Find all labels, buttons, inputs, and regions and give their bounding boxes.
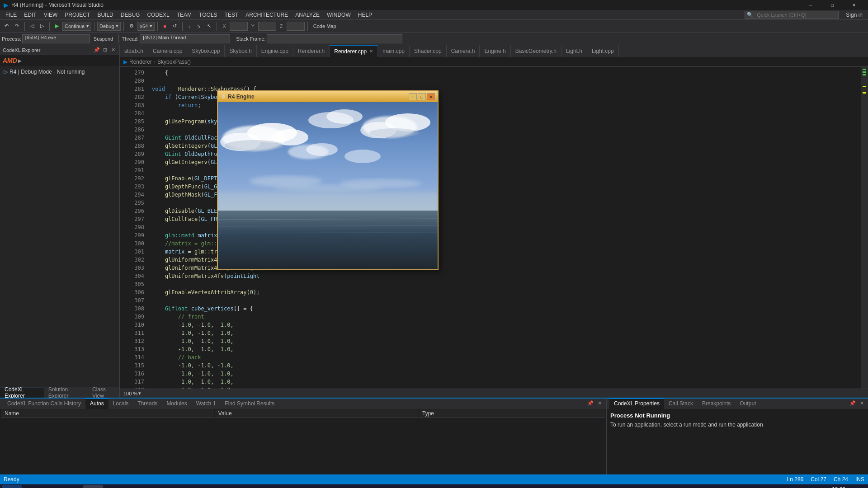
work-item-y-input[interactable]	[258, 22, 276, 31]
step-out-button[interactable]: ↖	[204, 21, 214, 31]
start-button[interactable]: ⊞	[2, 485, 22, 488]
back-button[interactable]: ◁	[28, 21, 37, 31]
menu-architecture[interactable]: ARCHITECTURE	[242, 11, 292, 19]
close-button[interactable]: ✕	[844, 0, 864, 10]
tab-engine-h[interactable]: Engine.h	[480, 45, 510, 57]
tab-locals[interactable]: Locals	[108, 399, 133, 408]
taskbar-media[interactable]: 🎬	[42, 485, 62, 488]
tab-renderer-cpp-close[interactable]: ✕	[369, 49, 373, 54]
r4-engine-window: 🖥 R4 Engine ─ □ ✕	[217, 90, 439, 270]
tab-renderer-cpp[interactable]: Renderer.cpp ✕	[330, 45, 378, 57]
breadcrumb-function: SkyboxPass()	[157, 59, 191, 65]
tab-codexl-calls[interactable]: CodeXL Function Calls History	[3, 399, 85, 408]
r4-titlebar[interactable]: 🖥 R4 Engine ─ □ ✕	[218, 91, 438, 102]
tab-call-stack[interactable]: Call Stack	[664, 399, 698, 408]
zoom-dropdown-icon[interactable]: ▾	[138, 390, 141, 396]
r4-close-button[interactable]: ✕	[427, 93, 435, 100]
stack-frame-input[interactable]	[267, 34, 402, 43]
tab-codexl-props[interactable]: CodeXL Properties	[609, 399, 664, 408]
taskbar-fileexplorer[interactable]: 🗂	[22, 485, 42, 488]
work-item-z-input[interactable]	[287, 22, 305, 31]
tab-find-symbol[interactable]: Find Symbol Results	[220, 399, 279, 408]
menu-analyze[interactable]: ANALYZE	[292, 11, 323, 19]
taskbar-tool2[interactable]: 🔧	[185, 485, 205, 488]
left-panel-pin2-icon[interactable]: ⊞	[101, 47, 108, 53]
tab-shader-cpp[interactable]: Shader.cpp	[410, 45, 447, 57]
step-into-button[interactable]: ↘	[194, 21, 203, 31]
tab-threads[interactable]: Threads	[133, 399, 162, 408]
tab-light-h[interactable]: Light.h	[561, 45, 587, 57]
start-button[interactable]: ▶	[52, 21, 61, 31]
stop-button[interactable]: ■	[160, 21, 169, 31]
sign-in-button[interactable]: Sign in	[842, 11, 866, 19]
attach-icon[interactable]: ⚙	[127, 21, 137, 31]
tab-skybox-h[interactable]: Skybox.h	[225, 45, 256, 57]
step-over-button[interactable]: ↓	[185, 21, 193, 31]
minimize-button[interactable]: ─	[800, 0, 821, 10]
continue-dropdown[interactable]: Continue ▾	[62, 22, 91, 31]
restore-button[interactable]: □	[822, 0, 843, 10]
platform-dropdown[interactable]: x64 ▾	[137, 22, 155, 31]
quick-launch-input[interactable]	[755, 12, 836, 18]
tab-light-cpp[interactable]: Light.cpp	[587, 45, 619, 57]
tab-modules[interactable]: Modules	[162, 399, 191, 408]
menu-build[interactable]: BUILD	[94, 11, 117, 19]
taskbar-windows[interactable]: 🪟	[104, 485, 123, 488]
tab-skybox-cpp[interactable]: Skybox.cpp	[187, 45, 225, 57]
autos-pin-icon[interactable]: 📌	[587, 400, 594, 406]
tab-camera-h[interactable]: Camera.h	[447, 45, 480, 57]
tab-stdafx[interactable]: stdafx.h	[120, 45, 148, 57]
codemap-button[interactable]: Code Map	[311, 21, 339, 31]
menu-edit[interactable]: EDIT	[20, 11, 40, 19]
tab-solution-explorer[interactable]: Solution Explorer	[44, 388, 88, 398]
props-pin-icon[interactable]: 📌	[849, 400, 856, 406]
tab-main-cpp[interactable]: main.cpp	[378, 45, 410, 57]
menu-window[interactable]: WINDOW	[323, 11, 354, 19]
taskbar-tool3[interactable]: 📦	[205, 485, 225, 488]
menu-file[interactable]: FILE	[2, 11, 20, 19]
menu-debug[interactable]: DEBUG	[117, 11, 144, 19]
r4-minimize-button[interactable]: ─	[409, 93, 417, 100]
taskbar-skype[interactable]: 💬	[124, 485, 144, 488]
r4-restore-button[interactable]: □	[418, 93, 426, 100]
debug-config-dropdown[interactable]: Debug ▾	[97, 22, 121, 31]
tab-codexl-explorer[interactable]: CodeXL Explorer	[0, 388, 44, 398]
zoom-value[interactable]: 100 %	[123, 391, 137, 396]
tab-basicgeometry-h[interactable]: BasicGeometry.h	[511, 45, 561, 57]
status-ins: INS	[855, 476, 864, 483]
menu-help[interactable]: HELP	[354, 11, 376, 19]
menu-view[interactable]: VIEW	[40, 11, 61, 19]
svg-point-19	[344, 150, 381, 163]
left-panel-close-icon[interactable]: ✕	[109, 47, 117, 53]
menu-test[interactable]: TEST	[221, 11, 242, 19]
menu-team[interactable]: TEAM	[173, 11, 195, 19]
restart-button[interactable]: ↺	[170, 21, 179, 31]
quick-launch-box[interactable]: 🔍	[745, 11, 839, 19]
tab-watch1[interactable]: Watch 1	[192, 399, 221, 408]
left-panel-pin-icon[interactable]: 📌	[93, 47, 100, 53]
suspend-button[interactable]: Suspend	[91, 34, 116, 44]
forward-button[interactable]: ▷	[38, 21, 47, 31]
tab-class-view[interactable]: Class View	[88, 388, 119, 398]
redo-button[interactable]: ↷	[12, 21, 22, 31]
tab-autos[interactable]: Autos	[85, 399, 108, 408]
menu-project[interactable]: PROJECT	[61, 11, 94, 19]
minimap-scrollbar[interactable]	[861, 67, 868, 389]
tab-renderer-h[interactable]: Renderer.h	[293, 45, 330, 57]
taskbar-chrome[interactable]: 🌐	[63, 485, 83, 488]
menu-tools[interactable]: TOOLS	[195, 11, 221, 19]
tree-item-r4[interactable]: ▷ R4 | Debug Mode - Not running	[2, 68, 118, 76]
menu-codexl[interactable]: CODEXL	[143, 11, 173, 19]
taskbar-vs[interactable]: 💻	[83, 485, 103, 488]
tray-clock[interactable]: 19:02 05.07.2015	[818, 486, 845, 488]
taskbar-excel[interactable]: 📊	[144, 485, 164, 488]
props-close-icon[interactable]: ✕	[858, 400, 865, 406]
tab-breakpoints[interactable]: Breakpoints	[698, 399, 735, 408]
work-item-x-input[interactable]	[230, 22, 248, 31]
undo-button[interactable]: ↶	[2, 21, 11, 31]
tab-output[interactable]: Output	[735, 399, 760, 408]
tab-camera-cpp[interactable]: Camera.cpp	[148, 45, 187, 57]
taskbar-codexl[interactable]: 🎮	[165, 485, 184, 488]
autos-close-icon[interactable]: ✕	[596, 400, 603, 406]
tab-engine-cpp[interactable]: Engine.cpp	[257, 45, 293, 57]
